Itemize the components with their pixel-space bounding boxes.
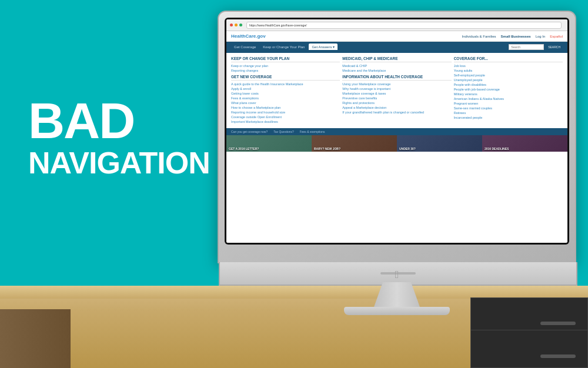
img-segment-3: UNDER 30? xyxy=(397,135,482,152)
mega-menu: KEEP OR CHANGE YOUR PLAN Keep or change … xyxy=(226,52,567,128)
list-item: Same-sex married couples xyxy=(454,106,563,110)
link-young-adults[interactable]: Young adults xyxy=(454,69,473,72)
img-segment-2: BABY? NEW JOB? xyxy=(312,135,397,152)
list-item: Fees & exemptions xyxy=(231,96,340,100)
link-why-coverage[interactable]: Why health coverage is important xyxy=(342,87,390,91)
link-grandfathered[interactable]: If your grandfathered health plan is cha… xyxy=(342,111,424,114)
link-preventive-care[interactable]: Preventive care benefits xyxy=(342,96,377,100)
list-item: If your grandfathered health plan is cha… xyxy=(342,111,451,114)
link-native[interactable]: American Indians & Alaska Natives xyxy=(454,97,504,101)
link-medicare[interactable]: Medicare and the Marketplace xyxy=(342,69,386,72)
col2-section1-list: Medicaid & CHIP Medicare and the Marketp… xyxy=(342,64,451,72)
browser-dot-yellow xyxy=(235,24,238,26)
drawer-handle-top xyxy=(540,322,576,325)
list-item: People with disabilities xyxy=(454,83,563,86)
monitor-stand-base xyxy=(344,307,450,315)
list-item: Important Marketplace deadlines xyxy=(231,120,340,123)
list-item: People with job-based coverage xyxy=(454,88,563,91)
browser-dot-red xyxy=(230,24,233,26)
nav-login[interactable]: Log In xyxy=(536,35,546,38)
link-incarcerated[interactable]: Incarcerated people xyxy=(454,116,483,119)
link-self-employed[interactable]: Self-employed people xyxy=(454,73,485,77)
link-coverage-taxes[interactable]: Marketplace coverage & taxes xyxy=(342,92,386,95)
list-item: Incarcerated people xyxy=(454,116,563,119)
list-item: Marketplace coverage & taxes xyxy=(342,92,451,95)
nav-individuals[interactable]: Individuals & Families xyxy=(462,35,496,38)
hc-search-area: SEARCH xyxy=(509,44,563,50)
col1-section2-title: GET NEW COVERAGE xyxy=(231,75,340,81)
list-item: Keep or change your plan xyxy=(231,64,340,68)
hc-logo-text: HealthCare.gov xyxy=(231,34,266,39)
list-item: American Indians & Alaska Natives xyxy=(454,97,563,101)
footer-link-2[interactable]: Tax Questions? xyxy=(273,130,293,133)
link-same-sex[interactable]: Same-sex married couples xyxy=(454,106,492,110)
list-item: Using your Marketplace coverage xyxy=(342,82,451,86)
list-item: Medicaid & CHIP xyxy=(342,64,451,68)
link-unemployed[interactable]: Unemployed people xyxy=(454,78,483,82)
link-quick-guide[interactable]: A quick guide to the Health Insurance Ma… xyxy=(231,82,303,86)
link-military[interactable]: Military veterans xyxy=(454,92,477,96)
link-keep-plan[interactable]: Keep or change your plan xyxy=(231,64,268,68)
link-using-coverage[interactable]: Using your Marketplace coverage xyxy=(342,82,390,86)
apple-logo:  xyxy=(391,268,403,281)
link-deadlines[interactable]: Important Marketplace deadlines xyxy=(231,120,278,123)
browser-bar: https://www.HealthCare.gov/have-coverage… xyxy=(226,19,567,31)
list-item: Getting lower costs xyxy=(231,92,340,95)
browser-url-bar[interactable]: https://www.HealthCare.gov/have-coverage… xyxy=(246,22,562,29)
img-segment-4: 2016 DEADLINES xyxy=(482,135,567,152)
link-rights[interactable]: Rights and protections xyxy=(342,101,375,105)
link-choose-plan[interactable]: How to choose a Marketplace plan xyxy=(231,106,280,109)
list-item: Unemployed people xyxy=(454,78,563,82)
list-item: Medicare and the Marketplace xyxy=(342,69,451,72)
nav-espanol[interactable]: Español xyxy=(550,35,563,38)
screen: https://www.HealthCare.gov/have-coverage… xyxy=(226,19,567,243)
monitor: https://www.HealthCare.gov/have-coverage… xyxy=(218,11,576,316)
drawer-handle-bottom xyxy=(540,354,576,358)
list-item: Rights and protections xyxy=(342,101,451,105)
link-medicaid-chip[interactable]: Medicaid & CHIP xyxy=(342,64,367,68)
link-job-loss[interactable]: Job loss xyxy=(454,64,466,68)
list-item: How to choose a Marketplace plan xyxy=(231,106,340,109)
browser-dot-green xyxy=(239,24,242,26)
mega-col-2: MEDICAID, CHIP & MEDICARE Medicaid & CHI… xyxy=(342,56,451,125)
tab-keep-change[interactable]: Keep or Change Your Plan xyxy=(260,44,308,50)
hc-header: HealthCare.gov Individuals & Families Sm… xyxy=(226,31,567,42)
tab-get-answers[interactable]: Get Answers ▾ xyxy=(309,44,338,50)
link-coverage-outside[interactable]: Coverage outside Open Enrollment xyxy=(231,115,282,119)
nav-small-biz[interactable]: Small Businesses xyxy=(501,35,531,38)
headline: BAD NAVIGATION xyxy=(28,94,210,179)
search-button[interactable]: SEARCH xyxy=(546,44,563,50)
link-pregnant[interactable]: Pregnant women xyxy=(454,102,479,105)
tab-get-coverage[interactable]: Get Coverage xyxy=(231,44,259,50)
list-item: Young adults xyxy=(454,69,563,72)
list-item: Preventive care benefits xyxy=(342,96,451,100)
link-disabilities[interactable]: People with disabilities xyxy=(454,83,486,86)
link-fees[interactable]: Fees & exemptions xyxy=(231,96,259,100)
col2-section1-title: MEDICAID, CHIP & MEDICARE xyxy=(342,56,451,62)
col3-section1-title: COVERAGE FOR... xyxy=(454,56,563,62)
list-item: Reporting changes xyxy=(231,69,340,72)
list-item: Apply & enroll xyxy=(231,87,340,91)
link-reporting-income[interactable]: Reporting income and household size xyxy=(231,111,285,114)
col2-section2-list: Using your Marketplace coverage Why heal… xyxy=(342,82,451,114)
link-lower-costs[interactable]: Getting lower costs xyxy=(231,92,259,95)
link-apply-enroll[interactable]: Apply & enroll xyxy=(231,87,251,91)
link-job-based[interactable]: People with job-based coverage xyxy=(454,88,500,91)
headline-line2: NAVIGATION xyxy=(28,147,210,179)
link-retirees[interactable]: Retirees xyxy=(454,111,466,115)
col3-section1-list: Job loss Young adults Self-employed peop… xyxy=(454,64,563,119)
list-item: Self-employed people xyxy=(454,73,563,77)
list-item: A quick guide to the Health Insurance Ma… xyxy=(231,82,340,86)
footer-link-3[interactable]: Fees & exemptions xyxy=(300,130,325,133)
footer-link-1[interactable]: Can you get coverage now? xyxy=(231,130,268,133)
link-what-plans[interactable]: What plans cover xyxy=(231,101,256,105)
mega-col-3: COVERAGE FOR... Job loss Young adults Se… xyxy=(454,56,563,125)
link-appeal[interactable]: Appeal a Marketplace decision xyxy=(342,106,386,109)
link-reporting-changes[interactable]: Reporting changes xyxy=(231,69,258,72)
monitor-bezel: https://www.HealthCare.gov/have-coverage… xyxy=(225,18,569,245)
list-item: Why health coverage is important xyxy=(342,87,451,91)
search-input[interactable] xyxy=(509,44,544,50)
hc-blue-nav: Get Coverage Keep or Change Your Plan Ge… xyxy=(226,42,567,52)
hc-image-bar: GET A 2016 LETTER? BABY? NEW JOB? UNDER … xyxy=(226,135,567,152)
monitor-stand-neck xyxy=(373,282,420,309)
